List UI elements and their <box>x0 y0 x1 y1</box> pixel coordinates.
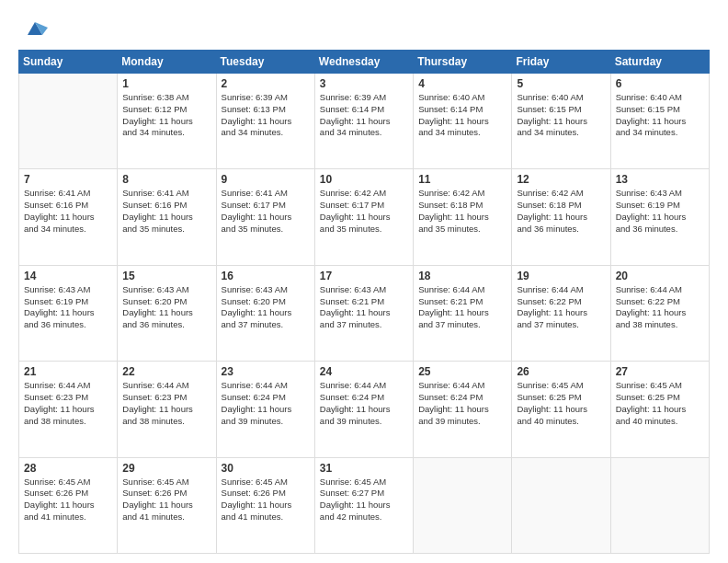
day-info: Sunrise: 6:43 AM Sunset: 6:20 PM Dayligh… <box>122 284 210 331</box>
calendar-header-sunday: Sunday <box>19 51 118 74</box>
day-number: 25 <box>418 365 506 378</box>
day-info: Sunrise: 6:42 AM Sunset: 6:18 PM Dayligh… <box>418 188 506 235</box>
day-number: 6 <box>616 77 704 90</box>
day-info: Sunrise: 6:44 AM Sunset: 6:24 PM Dayligh… <box>418 380 506 427</box>
day-info: Sunrise: 6:44 AM Sunset: 6:21 PM Dayligh… <box>418 284 506 331</box>
day-number: 18 <box>418 270 506 282</box>
day-info: Sunrise: 6:41 AM Sunset: 6:16 PM Dayligh… <box>122 188 210 235</box>
day-number: 10 <box>320 173 408 186</box>
day-info: Sunrise: 6:38 AM Sunset: 6:12 PM Dayligh… <box>122 92 210 139</box>
calendar-cell: 30Sunrise: 6:45 AM Sunset: 6:26 PM Dayli… <box>216 457 314 553</box>
day-info: Sunrise: 6:44 AM Sunset: 6:24 PM Dayligh… <box>320 380 408 427</box>
day-info: Sunrise: 6:44 AM Sunset: 6:22 PM Dayligh… <box>517 284 605 331</box>
calendar-header-friday: Friday <box>512 51 610 74</box>
calendar-cell: 10Sunrise: 6:42 AM Sunset: 6:17 PM Dayli… <box>314 169 413 265</box>
calendar-cell: 8Sunrise: 6:41 AM Sunset: 6:16 PM Daylig… <box>118 169 216 265</box>
day-number: 9 <box>222 173 310 186</box>
day-info: Sunrise: 6:43 AM Sunset: 6:20 PM Dayligh… <box>222 284 310 331</box>
logo-icon <box>22 15 48 40</box>
calendar-cell: 11Sunrise: 6:42 AM Sunset: 6:18 PM Dayli… <box>414 169 512 265</box>
day-number: 7 <box>24 173 112 186</box>
calendar-cell <box>414 457 512 553</box>
day-number: 16 <box>222 270 310 282</box>
calendar-cell: 18Sunrise: 6:44 AM Sunset: 6:21 PM Dayli… <box>414 265 512 361</box>
day-number: 22 <box>122 365 210 378</box>
calendar-header-saturday: Saturday <box>610 51 709 74</box>
day-number: 5 <box>517 77 605 90</box>
calendar-cell: 16Sunrise: 6:43 AM Sunset: 6:20 PM Dayli… <box>216 265 314 361</box>
calendar-cell: 31Sunrise: 6:45 AM Sunset: 6:27 PM Dayli… <box>314 457 413 553</box>
calendar-cell: 2Sunrise: 6:39 AM Sunset: 6:13 PM Daylig… <box>216 74 314 169</box>
day-info: Sunrise: 6:44 AM Sunset: 6:23 PM Dayligh… <box>24 380 112 427</box>
day-info: Sunrise: 6:39 AM Sunset: 6:14 PM Dayligh… <box>320 92 408 139</box>
calendar-week-row: 14Sunrise: 6:43 AM Sunset: 6:19 PM Dayli… <box>19 265 710 361</box>
day-info: Sunrise: 6:43 AM Sunset: 6:19 PM Dayligh… <box>616 188 704 235</box>
day-info: Sunrise: 6:39 AM Sunset: 6:13 PM Dayligh… <box>222 92 310 139</box>
day-info: Sunrise: 6:42 AM Sunset: 6:17 PM Dayligh… <box>320 188 408 235</box>
day-number: 19 <box>517 270 605 282</box>
calendar-cell: 12Sunrise: 6:42 AM Sunset: 6:18 PM Dayli… <box>512 169 610 265</box>
day-number: 28 <box>24 462 112 475</box>
calendar-header-wednesday: Wednesday <box>314 51 413 74</box>
day-info: Sunrise: 6:41 AM Sunset: 6:17 PM Dayligh… <box>222 188 310 235</box>
day-info: Sunrise: 6:44 AM Sunset: 6:23 PM Dayligh… <box>122 380 210 427</box>
calendar-header-row: SundayMondayTuesdayWednesdayThursdayFrid… <box>19 51 710 74</box>
day-info: Sunrise: 6:45 AM Sunset: 6:25 PM Dayligh… <box>616 380 704 427</box>
calendar-header-tuesday: Tuesday <box>216 51 314 74</box>
day-number: 2 <box>222 77 310 90</box>
day-info: Sunrise: 6:44 AM Sunset: 6:22 PM Dayligh… <box>616 284 704 331</box>
day-info: Sunrise: 6:43 AM Sunset: 6:19 PM Dayligh… <box>24 284 112 331</box>
day-number: 29 <box>122 462 210 475</box>
calendar-week-row: 28Sunrise: 6:45 AM Sunset: 6:26 PM Dayli… <box>19 457 710 553</box>
calendar-cell: 13Sunrise: 6:43 AM Sunset: 6:19 PM Dayli… <box>610 169 709 265</box>
calendar-cell: 5Sunrise: 6:40 AM Sunset: 6:15 PM Daylig… <box>512 74 610 169</box>
calendar-header-thursday: Thursday <box>414 51 512 74</box>
day-number: 17 <box>320 270 408 282</box>
calendar-cell: 24Sunrise: 6:44 AM Sunset: 6:24 PM Dayli… <box>314 362 413 457</box>
calendar-week-row: 7Sunrise: 6:41 AM Sunset: 6:16 PM Daylig… <box>19 169 710 265</box>
calendar-cell: 7Sunrise: 6:41 AM Sunset: 6:16 PM Daylig… <box>19 169 118 265</box>
calendar-week-row: 1Sunrise: 6:38 AM Sunset: 6:12 PM Daylig… <box>19 74 710 169</box>
calendar-cell: 26Sunrise: 6:45 AM Sunset: 6:25 PM Dayli… <box>512 362 610 457</box>
day-info: Sunrise: 6:44 AM Sunset: 6:24 PM Dayligh… <box>222 380 310 427</box>
calendar-cell: 15Sunrise: 6:43 AM Sunset: 6:20 PM Dayli… <box>118 265 216 361</box>
calendar-cell: 1Sunrise: 6:38 AM Sunset: 6:12 PM Daylig… <box>118 74 216 169</box>
day-info: Sunrise: 6:45 AM Sunset: 6:26 PM Dayligh… <box>222 477 310 523</box>
calendar-cell: 6Sunrise: 6:40 AM Sunset: 6:15 PM Daylig… <box>610 74 709 169</box>
day-info: Sunrise: 6:45 AM Sunset: 6:27 PM Dayligh… <box>320 477 408 523</box>
calendar-cell <box>512 457 610 553</box>
day-info: Sunrise: 6:45 AM Sunset: 6:25 PM Dayligh… <box>517 380 605 427</box>
calendar-cell: 22Sunrise: 6:44 AM Sunset: 6:23 PM Dayli… <box>118 362 216 457</box>
day-number: 24 <box>320 365 408 378</box>
day-number: 8 <box>122 173 210 186</box>
calendar-week-row: 21Sunrise: 6:44 AM Sunset: 6:23 PM Dayli… <box>19 362 710 457</box>
calendar-cell: 27Sunrise: 6:45 AM Sunset: 6:25 PM Dayli… <box>610 362 709 457</box>
calendar-cell: 20Sunrise: 6:44 AM Sunset: 6:22 PM Dayli… <box>610 265 709 361</box>
calendar-cell: 29Sunrise: 6:45 AM Sunset: 6:26 PM Dayli… <box>118 457 216 553</box>
page: SundayMondayTuesdayWednesdayThursdayFrid… <box>0 0 728 563</box>
calendar-cell: 4Sunrise: 6:40 AM Sunset: 6:14 PM Daylig… <box>414 74 512 169</box>
day-info: Sunrise: 6:42 AM Sunset: 6:18 PM Dayligh… <box>517 188 605 235</box>
day-info: Sunrise: 6:40 AM Sunset: 6:14 PM Dayligh… <box>418 92 506 139</box>
day-number: 30 <box>222 462 310 475</box>
logo <box>18 15 48 40</box>
day-number: 12 <box>517 173 605 186</box>
calendar-cell <box>19 74 118 169</box>
calendar-cell: 19Sunrise: 6:44 AM Sunset: 6:22 PM Dayli… <box>512 265 610 361</box>
day-number: 27 <box>616 365 704 378</box>
calendar-cell: 23Sunrise: 6:44 AM Sunset: 6:24 PM Dayli… <box>216 362 314 457</box>
day-number: 26 <box>517 365 605 378</box>
day-number: 15 <box>122 270 210 282</box>
day-number: 20 <box>616 270 704 282</box>
day-info: Sunrise: 6:45 AM Sunset: 6:26 PM Dayligh… <box>24 477 112 523</box>
calendar-table: SundayMondayTuesdayWednesdayThursdayFrid… <box>18 50 710 554</box>
calendar-cell: 21Sunrise: 6:44 AM Sunset: 6:23 PM Dayli… <box>19 362 118 457</box>
day-info: Sunrise: 6:40 AM Sunset: 6:15 PM Dayligh… <box>517 92 605 139</box>
calendar-cell: 9Sunrise: 6:41 AM Sunset: 6:17 PM Daylig… <box>216 169 314 265</box>
calendar-cell <box>610 457 709 553</box>
calendar-cell: 3Sunrise: 6:39 AM Sunset: 6:14 PM Daylig… <box>314 74 413 169</box>
day-number: 13 <box>616 173 704 186</box>
day-number: 1 <box>122 77 210 90</box>
day-number: 21 <box>24 365 112 378</box>
day-info: Sunrise: 6:45 AM Sunset: 6:26 PM Dayligh… <box>122 477 210 523</box>
